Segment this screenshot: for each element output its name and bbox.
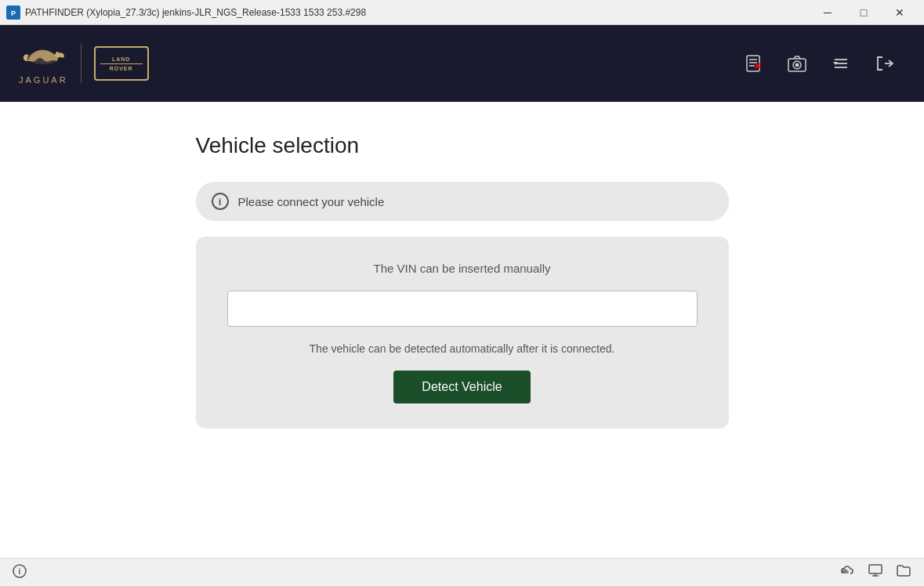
cloud-icon[interactable] bbox=[838, 564, 855, 581]
jaguar-logo: JAGUAR bbox=[19, 42, 68, 85]
logo-divider bbox=[81, 44, 82, 83]
svg-text:i: i bbox=[19, 567, 21, 576]
svg-point-12 bbox=[795, 63, 799, 67]
top-nav: JAGUAR LAND ROVER bbox=[0, 25, 924, 102]
title-bar: P PATHFINDER (Xylopia_27.3/3c) jenkins-J… bbox=[0, 0, 924, 25]
landrover-line2: ROVER bbox=[110, 66, 133, 71]
monitor-icon[interactable] bbox=[868, 563, 883, 581]
camera-button[interactable] bbox=[777, 43, 817, 84]
landrover-line1: LAND bbox=[112, 56, 130, 62]
info-icon: i bbox=[212, 193, 229, 210]
brand-logos: JAGUAR LAND ROVER bbox=[19, 42, 149, 85]
info-banner-text: Please connect your vehicle bbox=[238, 195, 385, 208]
landrover-logo: LAND ROVER bbox=[94, 46, 149, 81]
window-controls: ─ □ ✕ bbox=[810, 0, 918, 25]
top-nav-icons bbox=[733, 43, 905, 84]
window-title: PATHFINDER (Xylopia_27.3/3c) jenkins-JLR… bbox=[25, 7, 810, 18]
close-button[interactable]: ✕ bbox=[882, 0, 918, 25]
vin-input[interactable] bbox=[227, 291, 698, 327]
svg-point-3 bbox=[56, 52, 59, 55]
maximize-button[interactable]: □ bbox=[846, 0, 882, 25]
auto-detect-text: The vehicle can be detected automaticall… bbox=[310, 342, 615, 355]
status-bar-right bbox=[838, 563, 911, 581]
svg-rect-4 bbox=[747, 56, 759, 71]
content-wrapper: Vehicle selection i Please connect your … bbox=[180, 133, 745, 429]
vin-panel: The VIN can be inserted manually The veh… bbox=[196, 237, 729, 429]
camera-icon bbox=[787, 53, 807, 74]
jaguar-leaper-icon bbox=[20, 42, 67, 74]
app-icon: P bbox=[6, 5, 20, 20]
detect-vehicle-button[interactable]: Detect Vehicle bbox=[393, 371, 530, 403]
main-content: Vehicle selection i Please connect your … bbox=[0, 102, 924, 558]
checklist-button[interactable] bbox=[733, 43, 774, 84]
svg-text:P: P bbox=[11, 9, 16, 17]
logout-icon bbox=[875, 53, 895, 74]
vin-instruction-text: The VIN can be inserted manually bbox=[374, 262, 551, 275]
status-bar-left: i bbox=[13, 564, 27, 581]
svg-rect-19 bbox=[869, 565, 882, 573]
page-title: Vehicle selection bbox=[196, 133, 729, 158]
menu-icon bbox=[830, 52, 852, 74]
minimize-button[interactable]: ─ bbox=[810, 0, 846, 25]
checklist-icon bbox=[742, 52, 764, 74]
menu-button[interactable] bbox=[821, 43, 861, 84]
landrover-badge: LAND ROVER bbox=[94, 46, 149, 81]
status-info-icon[interactable]: i bbox=[13, 564, 27, 581]
status-bar: i bbox=[0, 558, 924, 586]
jaguar-wordmark: JAGUAR bbox=[19, 75, 68, 85]
folder-icon[interactable] bbox=[896, 563, 911, 581]
logout-button[interactable] bbox=[864, 43, 905, 84]
info-banner: i Please connect your vehicle bbox=[196, 182, 729, 221]
